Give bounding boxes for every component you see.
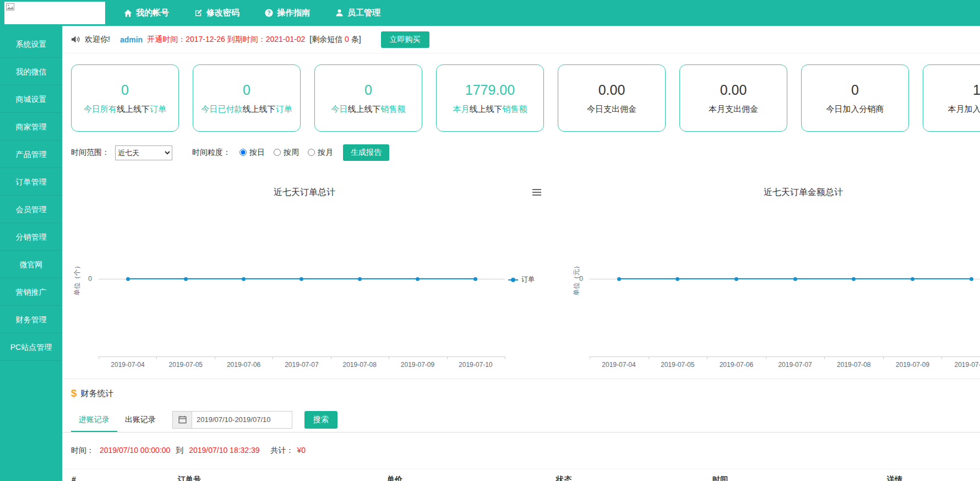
welcome-bar: 欢迎你! admin 开通时间：2017-12-26 到期时间：2021-01-… — [62, 26, 980, 53]
time-end: 2019/07/10 18:32:39 — [189, 446, 259, 455]
stat-card: 0.00本月支出佣金 — [679, 64, 787, 132]
staff-icon — [335, 9, 344, 17]
table-header-cell: 时间 — [712, 475, 728, 481]
legend-marker — [508, 279, 518, 280]
stat-card-value: 0 — [364, 82, 372, 98]
stat-card-label: 今日所有线上线下订单 — [84, 104, 166, 115]
stat-card-label: 今日已付款线上线下订单 — [202, 104, 292, 115]
sidebar-item[interactable]: PC站点管理 — [0, 333, 62, 361]
chart-legend[interactable]: 订单 — [508, 275, 535, 284]
calendar-icon[interactable] — [172, 411, 192, 429]
sidebar-item[interactable]: 商城设置 — [0, 85, 62, 113]
sidebar-item[interactable]: 我的微信 — [0, 58, 62, 85]
finance-title-text: 财务统计 — [81, 388, 114, 399]
time-range-select[interactable]: 近七天 — [115, 145, 172, 160]
granularity-radio[interactable] — [308, 149, 315, 156]
stat-card-label: 今日线上线下销售额 — [331, 104, 406, 115]
nav-item-password[interactable]: 修改密码 — [194, 8, 239, 18]
stat-card: 1本月加入分销商 — [923, 64, 980, 132]
stat-card-label-part: 线上线下 — [117, 104, 150, 114]
finance-tab[interactable]: 出账记录 — [117, 407, 164, 432]
order-amount-weekly-chart: 近七天订单金额总计单位（元）02019-07-042019-07-052019-… — [550, 164, 980, 373]
chart-title: 近七天订单总计 — [63, 164, 546, 198]
granularity-radio[interactable] — [274, 149, 281, 156]
sms-count: 0 — [345, 35, 349, 44]
sidebar-item[interactable]: 系统设置 — [0, 30, 62, 58]
stat-card-value: 0.00 — [598, 82, 625, 98]
sidebar-item[interactable]: 营销推广 — [0, 278, 62, 306]
help-icon: ? — [265, 9, 273, 17]
stat-card: 0.00今日支出佣金 — [558, 64, 666, 132]
table-header-cell: 单价 — [387, 475, 402, 481]
data-point — [676, 277, 679, 281]
stat-card-label-part: 销售额 — [503, 104, 527, 114]
stat-card-label: 本月加入分销商 — [948, 104, 980, 115]
stat-card-label-part: 订单 — [150, 104, 166, 114]
stat-card-label-part: 本月 — [453, 104, 470, 114]
stat-card-label: 本月支出佣金 — [709, 104, 758, 115]
greeting-text: 欢迎你! — [85, 35, 110, 45]
sidebar-item[interactable]: 分销管理 — [0, 223, 62, 251]
granularity-radio[interactable] — [239, 149, 247, 156]
nav-item-label: 员工管理 — [347, 8, 380, 18]
stat-card: 1779.00本月线上线下销售额 — [436, 64, 544, 132]
stat-card-label-part: 本月支出佣金 — [709, 104, 758, 114]
finance-tab[interactable]: 进账记录 — [71, 407, 117, 432]
table-header-cell: # — [72, 475, 76, 481]
data-point — [242, 277, 246, 281]
search-button[interactable]: 搜索 — [304, 411, 337, 429]
top-header: 我的帐号修改密码?操作指南员工管理 — [0, 0, 980, 26]
stat-card-label-part: 今日所有 — [84, 104, 117, 114]
sms-prefix: [剩余短信 — [309, 35, 345, 44]
granularity-option[interactable]: 按月 — [308, 148, 333, 158]
data-point — [184, 277, 188, 281]
filter-bar: 时间范围： 近七天 时间粒度： 按日按周按月 生成报告 — [71, 144, 389, 161]
sidebar-item[interactable]: 微官网 — [0, 251, 62, 278]
x-axis-label: 2019-07-04 — [100, 361, 155, 369]
granularity-option[interactable]: 按日 — [239, 148, 265, 158]
stat-card-label-part: 今日已付款 — [202, 104, 243, 114]
date-range-group — [172, 411, 292, 429]
sidebar-item[interactable]: 会员管理 — [0, 196, 62, 223]
x-axis-tick — [99, 356, 99, 359]
x-axis-label: 2019-07-09 — [885, 361, 940, 369]
sidebar-item[interactable]: 财务管理 — [0, 306, 62, 333]
stat-card-value: 1 — [973, 82, 980, 98]
table-header: #订单号单价状态时间详情 — [62, 469, 980, 481]
sidebar-item[interactable]: 产品管理 — [0, 140, 62, 168]
data-point — [734, 277, 738, 281]
x-axis-tick — [505, 356, 505, 359]
dollar-icon: $ — [71, 387, 77, 399]
chart-menu-icon[interactable] — [532, 189, 541, 197]
nav-item-account[interactable]: 我的帐号 — [124, 8, 169, 18]
sidebar: 系统设置我的微信商城设置商家管理产品管理订单管理会员管理分销管理微官网营销推广财… — [0, 26, 62, 481]
top-nav: 我的帐号修改密码?操作指南员工管理 — [124, 0, 380, 26]
x-axis-tick — [766, 356, 766, 359]
sidebar-item[interactable]: 商家管理 — [0, 113, 62, 140]
date-range-input[interactable] — [192, 411, 292, 429]
finance-tabs: 进账记录出账记录 — [71, 407, 164, 432]
stat-card: 0今日已付款线上线下订单 — [193, 64, 301, 132]
y-axis-tick-label: 0 — [572, 275, 583, 283]
generate-report-button[interactable]: 生成报告 — [343, 144, 389, 161]
buy-now-button[interactable]: 立即购买 — [381, 31, 429, 48]
nav-item-staff[interactable]: 员工管理 — [335, 8, 380, 18]
data-point — [473, 277, 477, 281]
sms-remaining: [剩余短信 0 条] — [309, 35, 361, 45]
stat-card-label-part: 线上线下 — [470, 104, 503, 114]
sidebar-item[interactable]: 订单管理 — [0, 168, 62, 196]
stat-card-label-part: 线上线下 — [348, 104, 381, 114]
edit-icon — [194, 9, 203, 17]
nav-item-guide[interactable]: ?操作指南 — [265, 8, 310, 18]
total-value: ¥0 — [297, 446, 306, 455]
logo — [4, 2, 105, 24]
data-point — [852, 277, 856, 281]
x-axis-label: 2019-07-08 — [826, 361, 881, 369]
y-axis-tick-label: 0 — [81, 275, 92, 283]
granularity-label: 时间粒度： — [192, 148, 231, 158]
granularity-option[interactable]: 按周 — [274, 148, 299, 158]
time-to: 到 — [176, 446, 183, 455]
stat-card-value: 0 — [121, 82, 129, 98]
x-axis-tick — [883, 356, 884, 359]
home-icon — [124, 9, 132, 17]
